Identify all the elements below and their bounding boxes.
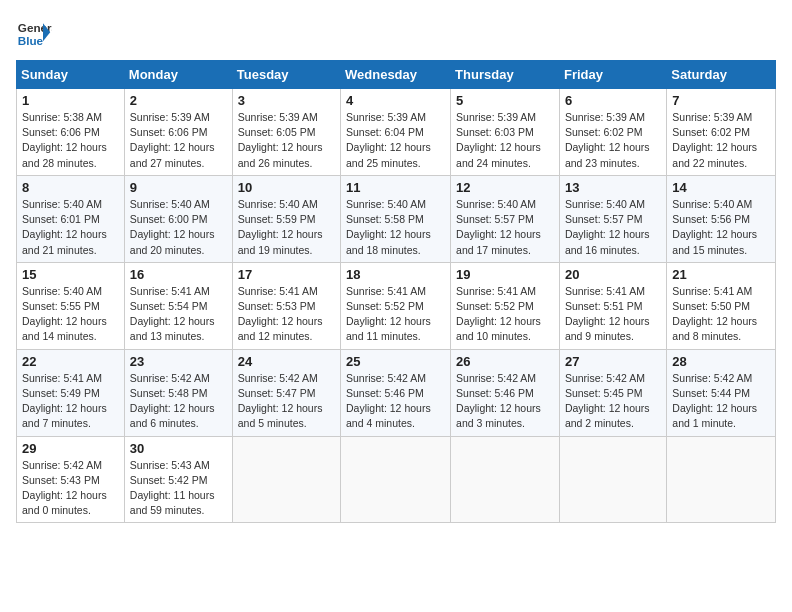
calendar-cell: 22Sunrise: 5:41 AMSunset: 5:49 PMDayligh… xyxy=(17,349,125,436)
day-info: Sunrise: 5:41 AMSunset: 5:52 PMDaylight:… xyxy=(346,284,445,345)
svg-text:Blue: Blue xyxy=(18,34,44,47)
calendar-table: SundayMondayTuesdayWednesdayThursdayFrid… xyxy=(16,60,776,523)
calendar-cell: 18Sunrise: 5:41 AMSunset: 5:52 PMDayligh… xyxy=(341,262,451,349)
calendar-week-5: 29Sunrise: 5:42 AMSunset: 5:43 PMDayligh… xyxy=(17,436,776,523)
day-number: 2 xyxy=(130,93,227,108)
calendar-cell: 28Sunrise: 5:42 AMSunset: 5:44 PMDayligh… xyxy=(667,349,776,436)
calendar-cell: 14Sunrise: 5:40 AMSunset: 5:56 PMDayligh… xyxy=(667,175,776,262)
day-info: Sunrise: 5:40 AMSunset: 5:55 PMDaylight:… xyxy=(22,284,119,345)
day-number: 4 xyxy=(346,93,445,108)
logo-icon: General Blue xyxy=(16,16,52,52)
day-info: Sunrise: 5:42 AMSunset: 5:46 PMDaylight:… xyxy=(346,371,445,432)
weekday-header-saturday: Saturday xyxy=(667,61,776,89)
day-info: Sunrise: 5:42 AMSunset: 5:48 PMDaylight:… xyxy=(130,371,227,432)
calendar-cell: 1Sunrise: 5:38 AMSunset: 6:06 PMDaylight… xyxy=(17,89,125,176)
day-info: Sunrise: 5:40 AMSunset: 5:58 PMDaylight:… xyxy=(346,197,445,258)
day-number: 19 xyxy=(456,267,554,282)
calendar-cell: 9Sunrise: 5:40 AMSunset: 6:00 PMDaylight… xyxy=(124,175,232,262)
day-number: 13 xyxy=(565,180,661,195)
calendar-cell: 16Sunrise: 5:41 AMSunset: 5:54 PMDayligh… xyxy=(124,262,232,349)
calendar-cell: 8Sunrise: 5:40 AMSunset: 6:01 PMDaylight… xyxy=(17,175,125,262)
day-number: 26 xyxy=(456,354,554,369)
day-info: Sunrise: 5:40 AMSunset: 6:01 PMDaylight:… xyxy=(22,197,119,258)
day-number: 11 xyxy=(346,180,445,195)
calendar-cell: 29Sunrise: 5:42 AMSunset: 5:43 PMDayligh… xyxy=(17,436,125,523)
day-info: Sunrise: 5:39 AMSunset: 6:02 PMDaylight:… xyxy=(672,110,770,171)
day-info: Sunrise: 5:41 AMSunset: 5:52 PMDaylight:… xyxy=(456,284,554,345)
day-number: 12 xyxy=(456,180,554,195)
day-number: 7 xyxy=(672,93,770,108)
day-info: Sunrise: 5:40 AMSunset: 5:57 PMDaylight:… xyxy=(565,197,661,258)
day-info: Sunrise: 5:39 AMSunset: 6:02 PMDaylight:… xyxy=(565,110,661,171)
calendar-cell: 23Sunrise: 5:42 AMSunset: 5:48 PMDayligh… xyxy=(124,349,232,436)
calendar-cell xyxy=(232,436,340,523)
day-number: 30 xyxy=(130,441,227,456)
day-number: 22 xyxy=(22,354,119,369)
calendar-week-2: 8Sunrise: 5:40 AMSunset: 6:01 PMDaylight… xyxy=(17,175,776,262)
calendar-cell: 11Sunrise: 5:40 AMSunset: 5:58 PMDayligh… xyxy=(341,175,451,262)
day-info: Sunrise: 5:42 AMSunset: 5:44 PMDaylight:… xyxy=(672,371,770,432)
calendar-cell: 26Sunrise: 5:42 AMSunset: 5:46 PMDayligh… xyxy=(451,349,560,436)
calendar-cell: 25Sunrise: 5:42 AMSunset: 5:46 PMDayligh… xyxy=(341,349,451,436)
calendar-cell: 5Sunrise: 5:39 AMSunset: 6:03 PMDaylight… xyxy=(451,89,560,176)
weekday-header-tuesday: Tuesday xyxy=(232,61,340,89)
day-number: 23 xyxy=(130,354,227,369)
header: General Blue xyxy=(16,16,776,52)
calendar-cell xyxy=(451,436,560,523)
calendar-cell: 7Sunrise: 5:39 AMSunset: 6:02 PMDaylight… xyxy=(667,89,776,176)
day-number: 5 xyxy=(456,93,554,108)
day-info: Sunrise: 5:41 AMSunset: 5:54 PMDaylight:… xyxy=(130,284,227,345)
calendar-cell: 21Sunrise: 5:41 AMSunset: 5:50 PMDayligh… xyxy=(667,262,776,349)
day-number: 29 xyxy=(22,441,119,456)
day-number: 15 xyxy=(22,267,119,282)
day-info: Sunrise: 5:39 AMSunset: 6:05 PMDaylight:… xyxy=(238,110,335,171)
day-info: Sunrise: 5:39 AMSunset: 6:06 PMDaylight:… xyxy=(130,110,227,171)
day-number: 24 xyxy=(238,354,335,369)
day-info: Sunrise: 5:42 AMSunset: 5:45 PMDaylight:… xyxy=(565,371,661,432)
day-number: 16 xyxy=(130,267,227,282)
calendar-cell: 10Sunrise: 5:40 AMSunset: 5:59 PMDayligh… xyxy=(232,175,340,262)
weekday-header-wednesday: Wednesday xyxy=(341,61,451,89)
day-info: Sunrise: 5:38 AMSunset: 6:06 PMDaylight:… xyxy=(22,110,119,171)
day-number: 14 xyxy=(672,180,770,195)
calendar-week-3: 15Sunrise: 5:40 AMSunset: 5:55 PMDayligh… xyxy=(17,262,776,349)
calendar-cell: 17Sunrise: 5:41 AMSunset: 5:53 PMDayligh… xyxy=(232,262,340,349)
day-info: Sunrise: 5:42 AMSunset: 5:43 PMDaylight:… xyxy=(22,458,119,519)
day-info: Sunrise: 5:40 AMSunset: 5:57 PMDaylight:… xyxy=(456,197,554,258)
calendar-body: 1Sunrise: 5:38 AMSunset: 6:06 PMDaylight… xyxy=(17,89,776,523)
day-number: 25 xyxy=(346,354,445,369)
logo: General Blue xyxy=(16,16,52,52)
calendar-cell: 12Sunrise: 5:40 AMSunset: 5:57 PMDayligh… xyxy=(451,175,560,262)
day-info: Sunrise: 5:42 AMSunset: 5:46 PMDaylight:… xyxy=(456,371,554,432)
day-info: Sunrise: 5:43 AMSunset: 5:42 PMDaylight:… xyxy=(130,458,227,519)
day-number: 17 xyxy=(238,267,335,282)
day-info: Sunrise: 5:41 AMSunset: 5:53 PMDaylight:… xyxy=(238,284,335,345)
calendar-cell xyxy=(667,436,776,523)
calendar-cell: 19Sunrise: 5:41 AMSunset: 5:52 PMDayligh… xyxy=(451,262,560,349)
calendar-cell: 2Sunrise: 5:39 AMSunset: 6:06 PMDaylight… xyxy=(124,89,232,176)
calendar-cell: 27Sunrise: 5:42 AMSunset: 5:45 PMDayligh… xyxy=(559,349,666,436)
day-info: Sunrise: 5:41 AMSunset: 5:51 PMDaylight:… xyxy=(565,284,661,345)
day-number: 8 xyxy=(22,180,119,195)
day-number: 10 xyxy=(238,180,335,195)
calendar-cell: 13Sunrise: 5:40 AMSunset: 5:57 PMDayligh… xyxy=(559,175,666,262)
day-info: Sunrise: 5:42 AMSunset: 5:47 PMDaylight:… xyxy=(238,371,335,432)
day-number: 27 xyxy=(565,354,661,369)
day-number: 6 xyxy=(565,93,661,108)
day-number: 20 xyxy=(565,267,661,282)
calendar-cell: 30Sunrise: 5:43 AMSunset: 5:42 PMDayligh… xyxy=(124,436,232,523)
day-number: 28 xyxy=(672,354,770,369)
weekday-header-monday: Monday xyxy=(124,61,232,89)
day-info: Sunrise: 5:40 AMSunset: 6:00 PMDaylight:… xyxy=(130,197,227,258)
day-number: 3 xyxy=(238,93,335,108)
day-number: 18 xyxy=(346,267,445,282)
calendar-week-4: 22Sunrise: 5:41 AMSunset: 5:49 PMDayligh… xyxy=(17,349,776,436)
calendar-week-1: 1Sunrise: 5:38 AMSunset: 6:06 PMDaylight… xyxy=(17,89,776,176)
calendar-cell xyxy=(341,436,451,523)
day-number: 21 xyxy=(672,267,770,282)
calendar-cell: 24Sunrise: 5:42 AMSunset: 5:47 PMDayligh… xyxy=(232,349,340,436)
calendar-header-row: SundayMondayTuesdayWednesdayThursdayFrid… xyxy=(17,61,776,89)
calendar-cell: 20Sunrise: 5:41 AMSunset: 5:51 PMDayligh… xyxy=(559,262,666,349)
day-info: Sunrise: 5:39 AMSunset: 6:03 PMDaylight:… xyxy=(456,110,554,171)
calendar-cell: 15Sunrise: 5:40 AMSunset: 5:55 PMDayligh… xyxy=(17,262,125,349)
